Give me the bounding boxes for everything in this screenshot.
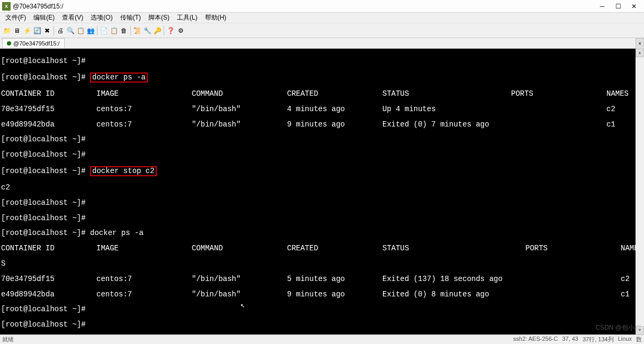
- key-icon[interactable]: 🔑: [153, 26, 162, 35]
- app-icon: X: [2, 2, 11, 11]
- tab-session[interactable]: @70e34795df15:/: [2, 38, 65, 48]
- menu-help[interactable]: 帮助(H): [202, 12, 230, 23]
- status-cursor: 37, 43: [562, 336, 578, 343]
- quick-connect-icon[interactable]: ⚡: [22, 26, 32, 35]
- connect-icon[interactable]: 🖥: [12, 26, 22, 35]
- menu-edit[interactable]: 编辑(E): [30, 12, 58, 23]
- menu-tools[interactable]: 工具(L): [174, 12, 201, 23]
- script-icon[interactable]: 📜: [132, 26, 142, 35]
- disconnect-icon[interactable]: ✖: [42, 26, 52, 35]
- menu-bar: 文件(F) 编辑(E) 查看(V) 选项(O) 传输(T) 脚本(S) 工具(L…: [0, 13, 644, 23]
- connected-icon: [7, 41, 11, 46]
- close-button[interactable]: ✕: [626, 1, 642, 12]
- tab-bar: @70e34795df15:/ ×: [0, 38, 644, 49]
- scroll-up-icon[interactable]: ▲: [636, 49, 644, 57]
- find-icon[interactable]: 🔍: [66, 26, 75, 35]
- copy-icon[interactable]: 📄: [99, 26, 109, 35]
- toolbar: 📁 🖥 ⚡ 🔄 ✖ 🖨 🔍 📋 👥 📄 📋 🗑 📜 🔧 🔑 ❓ ⚙: [0, 23, 644, 38]
- status-bar: 就绪 ssh2: AES-256-C 37, 43 37行, 134列 Linu…: [0, 334, 644, 344]
- menu-script[interactable]: 脚本(S): [145, 12, 173, 23]
- tools-icon[interactable]: 🔧: [142, 26, 152, 35]
- menu-file[interactable]: 文件(F): [2, 12, 29, 23]
- status-conn: Linux: [618, 336, 632, 343]
- folder-icon[interactable]: 📁: [2, 26, 12, 35]
- menu-options[interactable]: 选项(O): [87, 12, 115, 23]
- tab-label: @70e34795df15:/: [13, 40, 60, 47]
- status-ssh: ssh2: AES-256-C: [513, 336, 558, 343]
- session-icon[interactable]: 👥: [86, 26, 95, 35]
- title-bar: X @70e34795df15:/ ─ ☐ ✕: [0, 0, 644, 13]
- separator: [164, 26, 164, 35]
- scroll-track[interactable]: [636, 57, 644, 326]
- maximize-button[interactable]: ☐: [610, 1, 626, 12]
- paste-icon[interactable]: 📋: [109, 26, 119, 35]
- tab-list-button[interactable]: ×: [636, 38, 644, 49]
- cmd-ps-a-1: docker ps -a: [90, 73, 148, 82]
- status-rows: 37行, 134列: [583, 336, 614, 343]
- help-icon[interactable]: ❓: [166, 26, 175, 35]
- status-caps: 数: [636, 336, 642, 343]
- terminal[interactable]: [root@localhost ~]# [root@localhost ~]# …: [0, 49, 644, 334]
- properties-icon[interactable]: 📋: [76, 26, 85, 35]
- cmd-stop-c2: docker stop c2: [90, 166, 157, 176]
- separator: [97, 26, 97, 35]
- watermark: CSDN @包小志: [595, 323, 641, 332]
- scrollbar[interactable]: ▲ ▼: [636, 49, 644, 334]
- reconnect-icon[interactable]: 🔄: [32, 26, 42, 35]
- status-ready: 就绪: [2, 336, 14, 343]
- separator: [130, 26, 131, 35]
- window-title: @70e34795df15:/: [13, 3, 64, 10]
- separator: [53, 26, 54, 35]
- menu-view[interactable]: 查看(V): [59, 12, 86, 23]
- options-icon[interactable]: ⚙: [176, 26, 185, 35]
- minimize-button[interactable]: ─: [594, 1, 610, 12]
- menu-transfer[interactable]: 传输(T): [117, 12, 144, 23]
- print-icon[interactable]: 🖨: [56, 26, 65, 35]
- clear-icon[interactable]: 🗑: [119, 26, 129, 35]
